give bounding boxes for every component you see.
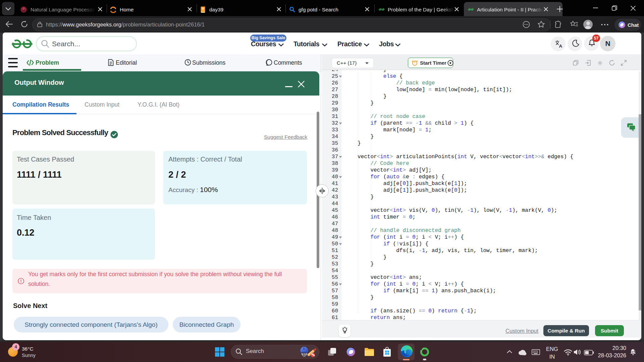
svg-text:z: z xyxy=(632,350,633,353)
svg-text:A: A xyxy=(559,44,562,48)
svg-text:Z: Z xyxy=(634,349,636,353)
